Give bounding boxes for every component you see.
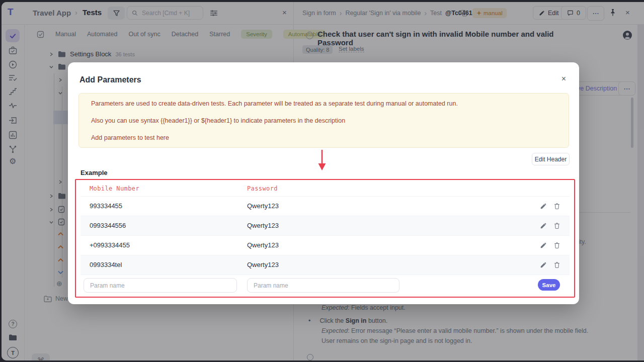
edit-header-button[interactable]: Edit Header bbox=[532, 153, 570, 165]
info-paragraph: Parameters are used to create data-drive… bbox=[91, 100, 458, 107]
modal-close-icon[interactable]: × bbox=[561, 75, 566, 83]
modal-title: Add Parameters bbox=[79, 75, 141, 84]
parameters-info-box: Parameters are used to create data-drive… bbox=[78, 93, 569, 148]
info-paragraph: Add parameters to test here bbox=[91, 134, 169, 141]
annotation-rectangle bbox=[75, 179, 575, 298]
annotation-arrow-down-icon bbox=[316, 149, 328, 172]
app-window: T Travel App › Tests ⚙ ? T ⌘ Manual Auto… bbox=[2, 2, 644, 360]
info-paragraph: Also you can use syntax {{header1}} or $… bbox=[91, 117, 345, 124]
example-label: Example bbox=[80, 169, 107, 176]
